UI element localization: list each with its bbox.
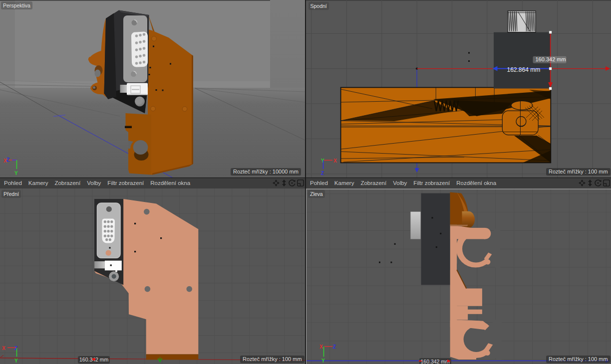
svg-text:X: X (333, 158, 337, 164)
svg-text:X: X (2, 346, 5, 351)
svg-text:160.342 mm: 160.342 mm (536, 56, 566, 62)
svg-text:Y: Y (321, 158, 324, 164)
svg-text:Z: Z (321, 171, 324, 176)
svg-text:Y: Y (14, 358, 18, 364)
svg-text:Z: Z (333, 344, 336, 350)
svg-text:162.864 mm: 162.864 mm (507, 66, 541, 73)
svg-text:Y: Y (14, 171, 18, 176)
svg-text:X: X (319, 344, 323, 350)
svg-text:Y: Y (321, 358, 325, 364)
